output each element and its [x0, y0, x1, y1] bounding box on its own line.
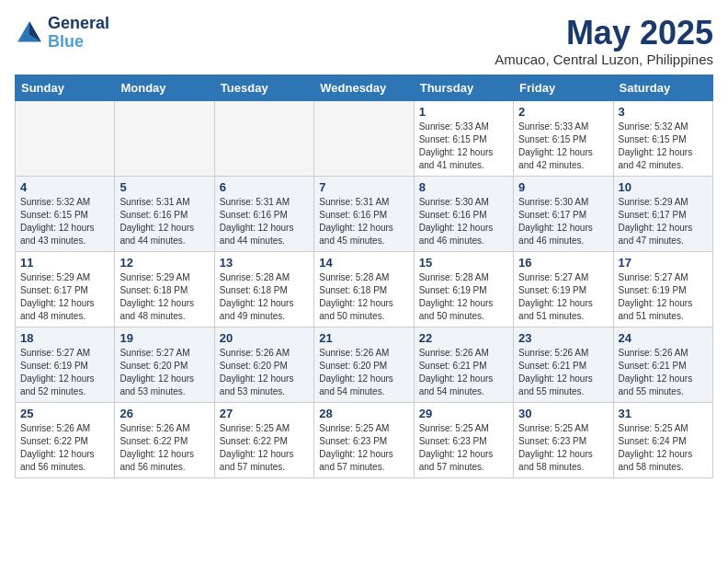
- day-number: 15: [419, 256, 508, 270]
- day-info: Sunrise: 5:31 AM Sunset: 6:16 PM Dayligh…: [119, 196, 209, 247]
- day-number: 17: [619, 256, 708, 270]
- calendar-day-cell: 30Sunrise: 5:25 AM Sunset: 6:23 PM Dayli…: [514, 402, 613, 477]
- day-info: Sunrise: 5:26 AM Sunset: 6:22 PM Dayligh…: [119, 422, 209, 474]
- calendar-day-cell: 24Sunrise: 5:26 AM Sunset: 6:21 PM Dayli…: [613, 327, 712, 402]
- day-number: 13: [220, 256, 309, 270]
- day-info: Sunrise: 5:27 AM Sunset: 6:20 PM Dayligh…: [119, 347, 209, 398]
- calendar-day-cell: [115, 100, 214, 176]
- day-info: Sunrise: 5:25 AM Sunset: 6:24 PM Dayligh…: [619, 422, 708, 474]
- calendar-day-cell: 10Sunrise: 5:29 AM Sunset: 6:17 PM Dayli…: [613, 176, 712, 251]
- calendar-week-row: 4Sunrise: 5:32 AM Sunset: 6:15 PM Daylig…: [16, 176, 713, 251]
- day-number: 6: [220, 180, 309, 194]
- day-of-week-header: Wednesday: [314, 75, 414, 100]
- calendar-day-cell: 5Sunrise: 5:31 AM Sunset: 6:16 PM Daylig…: [115, 176, 214, 251]
- day-info: Sunrise: 5:33 AM Sunset: 6:15 PM Dayligh…: [518, 121, 608, 172]
- calendar-day-cell: 18Sunrise: 5:27 AM Sunset: 6:19 PM Dayli…: [16, 327, 115, 402]
- day-info: Sunrise: 5:33 AM Sunset: 6:15 PM Dayligh…: [419, 121, 508, 172]
- calendar-day-cell: 22Sunrise: 5:26 AM Sunset: 6:21 PM Dayli…: [414, 327, 513, 402]
- day-of-week-header: Friday: [514, 75, 613, 100]
- logo-icon: [15, 18, 44, 48]
- day-number: 2: [518, 105, 608, 119]
- calendar-day-cell: 21Sunrise: 5:26 AM Sunset: 6:20 PM Dayli…: [314, 327, 414, 402]
- day-number: 31: [619, 407, 708, 420]
- calendar-day-cell: 17Sunrise: 5:27 AM Sunset: 6:19 PM Dayli…: [613, 251, 712, 327]
- calendar-day-cell: 6Sunrise: 5:31 AM Sunset: 6:16 PM Daylig…: [214, 176, 313, 251]
- calendar-day-cell: 28Sunrise: 5:25 AM Sunset: 6:23 PM Dayli…: [314, 402, 414, 477]
- day-info: Sunrise: 5:31 AM Sunset: 6:16 PM Dayligh…: [319, 196, 408, 247]
- page-header: General Blue May 2025 Amucao, Central Lu…: [15, 15, 713, 67]
- calendar-day-cell: 15Sunrise: 5:28 AM Sunset: 6:19 PM Dayli…: [414, 251, 513, 327]
- day-number: 30: [518, 407, 608, 420]
- day-number: 19: [119, 331, 209, 345]
- logo: General Blue: [15, 15, 109, 52]
- day-number: 7: [319, 180, 408, 194]
- calendar-day-cell: 13Sunrise: 5:28 AM Sunset: 6:18 PM Dayli…: [214, 251, 313, 327]
- day-number: 20: [220, 331, 309, 345]
- calendar-day-cell: 12Sunrise: 5:29 AM Sunset: 6:18 PM Dayli…: [115, 251, 214, 327]
- day-number: 8: [419, 180, 508, 194]
- day-info: Sunrise: 5:29 AM Sunset: 6:17 PM Dayligh…: [619, 196, 708, 247]
- day-of-week-header: Sunday: [16, 75, 115, 100]
- day-number: 11: [20, 256, 109, 270]
- day-number: 22: [419, 331, 508, 345]
- calendar-day-cell: 19Sunrise: 5:27 AM Sunset: 6:20 PM Dayli…: [115, 327, 214, 402]
- day-info: Sunrise: 5:32 AM Sunset: 6:15 PM Dayligh…: [20, 196, 109, 247]
- day-number: 12: [119, 256, 209, 270]
- day-number: 25: [20, 407, 109, 420]
- calendar-day-cell: 20Sunrise: 5:26 AM Sunset: 6:20 PM Dayli…: [214, 327, 313, 402]
- calendar-header: SundayMondayTuesdayWednesdayThursdayFrid…: [16, 75, 713, 100]
- calendar-week-row: 18Sunrise: 5:27 AM Sunset: 6:19 PM Dayli…: [16, 327, 713, 402]
- day-number: 18: [20, 331, 109, 345]
- day-info: Sunrise: 5:26 AM Sunset: 6:21 PM Dayligh…: [419, 347, 508, 398]
- day-info: Sunrise: 5:29 AM Sunset: 6:18 PM Dayligh…: [119, 271, 209, 323]
- day-info: Sunrise: 5:30 AM Sunset: 6:16 PM Dayligh…: [419, 196, 508, 247]
- day-info: Sunrise: 5:32 AM Sunset: 6:15 PM Dayligh…: [619, 121, 708, 172]
- calendar-day-cell: [214, 100, 313, 176]
- day-info: Sunrise: 5:26 AM Sunset: 6:20 PM Dayligh…: [319, 347, 408, 398]
- day-info: Sunrise: 5:27 AM Sunset: 6:19 PM Dayligh…: [518, 271, 608, 323]
- calendar-day-cell: 11Sunrise: 5:29 AM Sunset: 6:17 PM Dayli…: [16, 251, 115, 327]
- day-info: Sunrise: 5:25 AM Sunset: 6:23 PM Dayligh…: [518, 422, 608, 474]
- day-info: Sunrise: 5:27 AM Sunset: 6:19 PM Dayligh…: [20, 347, 109, 398]
- day-number: 21: [319, 331, 408, 345]
- day-number: 1: [419, 105, 508, 119]
- calendar-day-cell: 3Sunrise: 5:32 AM Sunset: 6:15 PM Daylig…: [613, 100, 712, 176]
- calendar-week-row: 11Sunrise: 5:29 AM Sunset: 6:17 PM Dayli…: [16, 251, 713, 327]
- day-info: Sunrise: 5:31 AM Sunset: 6:16 PM Dayligh…: [220, 196, 309, 247]
- day-number: 26: [119, 407, 209, 420]
- day-number: 10: [619, 180, 708, 194]
- day-number: 3: [619, 105, 708, 119]
- calendar-table: SundayMondayTuesdayWednesdayThursdayFrid…: [15, 75, 713, 478]
- calendar-week-row: 25Sunrise: 5:26 AM Sunset: 6:22 PM Dayli…: [16, 402, 713, 477]
- day-number: 5: [119, 180, 209, 194]
- day-number: 14: [319, 256, 408, 270]
- day-number: 24: [619, 331, 708, 345]
- day-info: Sunrise: 5:30 AM Sunset: 6:17 PM Dayligh…: [518, 196, 608, 247]
- calendar-day-cell: 23Sunrise: 5:26 AM Sunset: 6:21 PM Dayli…: [514, 327, 613, 402]
- calendar-day-cell: 1Sunrise: 5:33 AM Sunset: 6:15 PM Daylig…: [414, 100, 513, 176]
- day-info: Sunrise: 5:26 AM Sunset: 6:22 PM Dayligh…: [20, 422, 109, 474]
- day-number: 16: [518, 256, 608, 270]
- calendar-day-cell: 4Sunrise: 5:32 AM Sunset: 6:15 PM Daylig…: [16, 176, 115, 251]
- day-number: 29: [419, 407, 508, 420]
- calendar-day-cell: 8Sunrise: 5:30 AM Sunset: 6:16 PM Daylig…: [414, 176, 513, 251]
- calendar-day-cell: 31Sunrise: 5:25 AM Sunset: 6:24 PM Dayli…: [613, 402, 712, 477]
- calendar-day-cell: 27Sunrise: 5:25 AM Sunset: 6:22 PM Dayli…: [214, 402, 313, 477]
- calendar-day-cell: 25Sunrise: 5:26 AM Sunset: 6:22 PM Dayli…: [16, 402, 115, 477]
- calendar-day-cell: 26Sunrise: 5:26 AM Sunset: 6:22 PM Dayli…: [115, 402, 214, 477]
- day-number: 4: [20, 180, 109, 194]
- day-of-week-header: Saturday: [613, 75, 712, 100]
- calendar-day-cell: 14Sunrise: 5:28 AM Sunset: 6:18 PM Dayli…: [314, 251, 414, 327]
- day-number: 9: [518, 180, 608, 194]
- calendar-body: 1Sunrise: 5:33 AM Sunset: 6:15 PM Daylig…: [16, 100, 713, 477]
- day-info: Sunrise: 5:29 AM Sunset: 6:17 PM Dayligh…: [20, 271, 109, 323]
- day-info: Sunrise: 5:25 AM Sunset: 6:23 PM Dayligh…: [419, 422, 508, 474]
- day-of-week-header: Tuesday: [214, 75, 313, 100]
- day-of-week-header: Monday: [115, 75, 214, 100]
- day-info: Sunrise: 5:25 AM Sunset: 6:23 PM Dayligh…: [319, 422, 408, 474]
- subtitle: Amucao, Central Luzon, Philippines: [495, 52, 713, 67]
- day-info: Sunrise: 5:26 AM Sunset: 6:21 PM Dayligh…: [518, 347, 608, 398]
- main-title: May 2025: [495, 15, 713, 52]
- day-info: Sunrise: 5:26 AM Sunset: 6:20 PM Dayligh…: [220, 347, 309, 398]
- calendar-week-row: 1Sunrise: 5:33 AM Sunset: 6:15 PM Daylig…: [16, 100, 713, 176]
